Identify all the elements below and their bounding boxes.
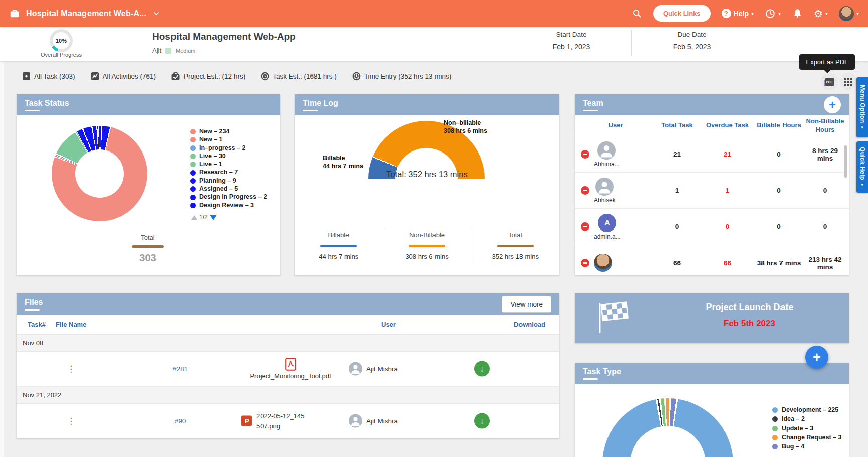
col-overdue-task: Overdue Task [701, 121, 754, 129]
remove-member-icon[interactable] [581, 186, 589, 195]
quick-links-button[interactable]: Quick Links [653, 5, 711, 22]
legend-label: Idea – 2 [782, 416, 805, 422]
download-button[interactable]: ↓ [474, 413, 490, 429]
stat-time-entry[interactable]: Time Entry (352 hrs 13 mins) [352, 72, 452, 81]
help-menu[interactable]: ? Help ▾ [722, 9, 754, 18]
stat-task-estimate[interactable]: Task Est.: (1681 hrs ) [261, 72, 337, 81]
date-divider [631, 30, 632, 56]
download-button[interactable]: ↓ [474, 361, 490, 377]
legend-dot [190, 195, 196, 200]
legend-item[interactable]: New – 234 [190, 128, 278, 135]
file-cell[interactable]: Project_Monitoring_Tool.pdf [233, 358, 349, 380]
legend-item[interactable]: Live – 30 [190, 153, 278, 160]
files-card: Files View more Task# File Name User Dow… [17, 293, 559, 438]
card-title: Team [583, 99, 603, 111]
legend-label: Bug – 4 [782, 443, 804, 450]
kebab-menu-icon[interactable]: ⋮ [67, 416, 75, 426]
help-label: Help [734, 10, 749, 18]
remove-member-icon[interactable] [581, 222, 589, 231]
legend-item[interactable]: Design in Progress – 2 [190, 194, 278, 200]
caret-down-icon: ▾ [778, 11, 781, 16]
legend-dot [772, 407, 778, 413]
billable-hours-value: 38 hrs 7 mins [754, 259, 804, 267]
legend-item[interactable]: Bug – 4 [772, 443, 848, 450]
help-icon: ? [722, 9, 731, 18]
stat-all-task[interactable]: All Task (303) [22, 72, 75, 81]
col-file-name: File Name [56, 321, 86, 328]
task-link[interactable]: #281 [157, 365, 203, 373]
legend-item[interactable]: Live – 1 [190, 161, 278, 168]
legend-label: In–progress – 2 [199, 145, 245, 151]
col-task-number: Task# [28, 321, 46, 328]
stat-label: All Activities (761) [103, 72, 156, 80]
search-icon[interactable] [632, 8, 642, 19]
add-widget-fab[interactable]: + [805, 346, 828, 369]
task-link[interactable]: #90 [157, 417, 203, 425]
file-cell[interactable]: P 2022-05-12_145507.png [241, 411, 341, 431]
legend-pagination: 1/2 [191, 214, 217, 221]
legend-item[interactable]: Assigned – 5 [190, 186, 278, 192]
legend-dot [772, 426, 778, 431]
caret-icon: ▾ [860, 182, 865, 187]
billable-callout: Billable 44 hrs 7 mins [323, 155, 363, 170]
stat-value: 44 hrs 7 mins [295, 253, 383, 260]
widget-grid-button[interactable] [839, 73, 856, 90]
quick-help-tab[interactable]: Quick Help ▾ [856, 141, 868, 193]
page-up-icon[interactable] [191, 215, 197, 220]
settings-menu[interactable]: ⚙ ▾ [814, 9, 828, 19]
notifications-bell-icon[interactable] [792, 8, 803, 19]
task-type-donut-chart[interactable] [602, 398, 733, 457]
legend-label: Design Review – 3 [199, 202, 254, 209]
legend-item[interactable]: Change Request – 3 [772, 434, 848, 441]
nonbillable-callout: Non–billable 308 hrs 6 mins [444, 119, 487, 135]
briefcase-icon [9, 8, 20, 19]
task-type-header: Task Type [575, 363, 849, 384]
team-scrollbar-thumb[interactable] [844, 145, 847, 178]
stat-all-activities[interactable]: All Activities (761) [91, 72, 156, 81]
stat-label: Task Est.: (1681 hrs ) [273, 72, 337, 80]
legend-item[interactable]: Development – 225 [772, 407, 848, 413]
menu-option-tab[interactable]: Menu Option ▾ [856, 77, 868, 137]
priority-chip [165, 48, 171, 54]
callout-value: 308 hrs 6 mins [444, 127, 487, 135]
gear-icon: ⚙ [814, 9, 823, 19]
caret-down-icon: ▾ [856, 11, 859, 16]
legend-item[interactable]: In–progress – 2 [190, 145, 278, 151]
stat-project-estimate[interactable]: Project Est.: (12 hrs) [171, 72, 245, 81]
view-more-button[interactable]: View more [502, 296, 551, 313]
page-down-icon[interactable] [210, 215, 217, 220]
stat-label: Billable [295, 231, 383, 239]
billable-stat: Billable 44 hrs 7 mins [295, 228, 383, 265]
legend-label: Design in Progress – 2 [199, 194, 267, 200]
legend-item[interactable]: Planning – 9 [190, 178, 278, 184]
group-date: Nov 08 [23, 339, 43, 347]
member-name: Abhisek [594, 197, 616, 204]
avatar [594, 254, 612, 272]
recent-activity-menu[interactable]: ▾ [765, 8, 781, 19]
remove-member-icon[interactable] [581, 259, 589, 267]
project-switcher[interactable]: Hospital Management Web-A... [9, 8, 160, 19]
member-name: Abhima... [594, 161, 620, 168]
menu-option-label: Menu Option [859, 85, 866, 123]
user-menu[interactable]: ▾ [839, 6, 859, 21]
total-label: Total [108, 234, 188, 241]
kebab-menu-icon[interactable]: ⋮ [67, 364, 75, 374]
task-status-donut-chart[interactable] [52, 126, 147, 221]
pdf-export-icon: PDF [825, 78, 834, 86]
legend-item[interactable]: Idea – 2 [772, 416, 848, 422]
priority-label: Medium [176, 48, 195, 54]
remove-member-icon[interactable] [581, 150, 589, 159]
legend-label: Change Request – 3 [782, 434, 841, 441]
legend-item[interactable]: Update – 3 [772, 425, 848, 432]
add-member-button[interactable]: + [824, 96, 841, 113]
legend-item[interactable]: New – 1 [190, 136, 278, 143]
legend-dot [190, 129, 196, 134]
overdue-task-value: 21 [701, 150, 754, 158]
chevron-down-icon[interactable] [152, 10, 160, 18]
legend-dot [190, 154, 196, 159]
legend-label: New – 1 [199, 136, 223, 143]
legend-item[interactable]: Design Review – 3 [190, 202, 278, 209]
stat-color-bar [497, 245, 534, 247]
user-avatar [839, 6, 854, 21]
legend-item[interactable]: Research – 7 [190, 169, 278, 176]
